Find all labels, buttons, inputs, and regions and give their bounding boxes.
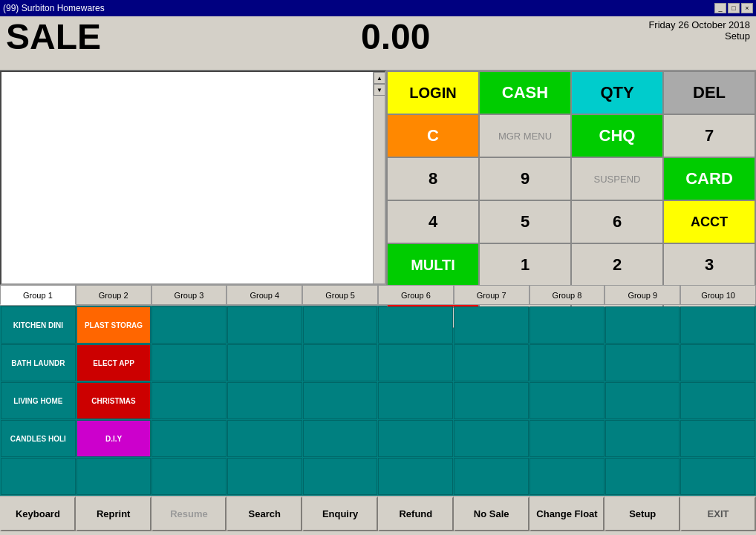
product-r3c3[interactable] (151, 382, 227, 419)
product-r5c5[interactable] (303, 458, 378, 495)
qty-button[interactable]: QTY (571, 71, 663, 114)
product-r1c8[interactable] (529, 306, 605, 344)
num2-button[interactable]: 2 (571, 243, 663, 286)
product-r5c7[interactable] (454, 458, 529, 495)
product-r1c5[interactable] (303, 306, 378, 344)
product-r1c10[interactable] (680, 306, 755, 344)
date-label: Friday 26 October 2018 (648, 19, 750, 30)
product-r1c3[interactable] (151, 306, 227, 344)
enquiry-button[interactable]: Enquiry (302, 496, 378, 531)
group-tab-8[interactable]: Group 8 (529, 285, 605, 305)
group-tab-2[interactable]: Group 2 (76, 285, 151, 305)
group-tab-10[interactable]: Group 10 (680, 285, 756, 305)
product-r3c10[interactable] (680, 382, 755, 419)
product-r5c4[interactable] (227, 458, 302, 495)
c-button[interactable]: C (387, 114, 479, 157)
product-r3c6[interactable] (378, 382, 453, 419)
product-elect[interactable]: ELECT APP (76, 344, 151, 381)
product-r5c8[interactable] (529, 458, 605, 495)
group-tab-5[interactable]: Group 5 (302, 285, 378, 305)
maximize-button[interactable]: □ (728, 3, 740, 13)
product-r4c8[interactable] (529, 420, 605, 457)
num9-button[interactable]: 9 (479, 157, 571, 200)
keyboard-button[interactable]: Keyboard (0, 496, 76, 531)
nosale-button[interactable]: No Sale (454, 496, 529, 531)
multi-button[interactable]: MULTI (387, 243, 479, 286)
suspend-button[interactable]: SUSPEND (571, 157, 663, 200)
product-r5c1[interactable] (1, 458, 76, 495)
receipt-scrollbar[interactable]: ▲ ▼ (373, 72, 385, 283)
exit-button[interactable]: EXIT (680, 496, 756, 531)
product-christmas[interactable]: CHRISTMAS (76, 382, 151, 419)
group-tab-1[interactable]: Group 1 (0, 285, 76, 305)
product-r2c3[interactable] (151, 344, 227, 381)
product-r4c10[interactable] (680, 420, 755, 457)
product-r5c9[interactable] (605, 458, 680, 495)
chq-button[interactable]: CHQ (571, 114, 663, 157)
group-tab-6[interactable]: Group 6 (378, 285, 454, 305)
refund-button[interactable]: Refund (378, 496, 454, 531)
product-r2c7[interactable] (454, 344, 529, 381)
product-r2c8[interactable] (529, 344, 605, 381)
product-kitchen[interactable]: KITCHEN DINI (1, 306, 76, 344)
num6-button[interactable]: 6 (571, 200, 663, 243)
search-button[interactable]: Search (227, 496, 302, 531)
minimize-button[interactable]: _ (714, 3, 726, 13)
cash-button[interactable]: CASH (479, 71, 571, 114)
close-button[interactable]: × (741, 3, 753, 13)
changefloat-button[interactable]: Change Float (529, 496, 605, 531)
reprint-button[interactable]: Reprint (76, 496, 151, 531)
product-r2c9[interactable] (605, 344, 680, 381)
product-r4c4[interactable] (227, 420, 302, 457)
scroll-up-button[interactable]: ▲ (374, 72, 385, 84)
product-r4c6[interactable] (378, 420, 453, 457)
product-r5c2[interactable] (76, 458, 151, 495)
num4-button[interactable]: 4 (387, 200, 479, 243)
product-r1c7[interactable] (454, 306, 529, 344)
scroll-down-button[interactable]: ▼ (374, 84, 385, 96)
product-r2c10[interactable] (680, 344, 755, 381)
sale-label: SALE (6, 19, 101, 55)
group-tab-4[interactable]: Group 4 (227, 285, 302, 305)
num5-button[interactable]: 5 (479, 200, 571, 243)
product-r4c7[interactable] (454, 420, 529, 457)
product-r3c9[interactable] (605, 382, 680, 419)
product-r1c6[interactable] (378, 306, 453, 344)
resume-button[interactable]: Resume (151, 496, 227, 531)
product-r3c7[interactable] (454, 382, 529, 419)
product-r4c5[interactable] (303, 420, 378, 457)
product-r2c6[interactable] (378, 344, 453, 381)
num3-button[interactable]: 3 (663, 243, 755, 286)
num8-button[interactable]: 8 (387, 157, 479, 200)
product-r1c9[interactable] (605, 306, 680, 344)
product-r5c3[interactable] (151, 458, 227, 495)
mgrmenu-button[interactable]: MGR MENU (479, 114, 571, 157)
product-r5c6[interactable] (378, 458, 453, 495)
titlebar-title: (99) Surbiton Homewares (3, 3, 105, 13)
card-button[interactable]: CARD (663, 157, 755, 200)
setup-button[interactable]: Setup (605, 496, 680, 531)
product-r3c8[interactable] (529, 382, 605, 419)
acct-button[interactable]: ACCT (663, 200, 755, 243)
product-r5c10[interactable] (680, 458, 755, 495)
product-living[interactable]: LIVING HOME (1, 382, 76, 419)
product-r2c4[interactable] (227, 344, 302, 381)
product-candles[interactable]: CANDLES HOLI (1, 420, 76, 457)
product-diy[interactable]: D.I.Y (76, 420, 151, 457)
product-r2c5[interactable] (303, 344, 378, 381)
num7-button[interactable]: 7 (663, 114, 755, 157)
product-bath[interactable]: BATH LAUNDR (1, 344, 76, 381)
product-r1c4[interactable] (227, 306, 302, 344)
group-tab-9[interactable]: Group 9 (605, 285, 680, 305)
product-r4c9[interactable] (605, 420, 680, 457)
window-controls: _ □ × (714, 3, 753, 13)
group-tab-3[interactable]: Group 3 (151, 285, 227, 305)
num1-button[interactable]: 1 (479, 243, 571, 286)
login-button[interactable]: LOGIN (387, 71, 479, 114)
product-plast[interactable]: PLAST STORAG (76, 306, 151, 344)
product-r4c3[interactable] (151, 420, 227, 457)
group-tab-7[interactable]: Group 7 (454, 285, 529, 305)
del-button[interactable]: DEL (663, 71, 755, 114)
product-r3c4[interactable] (227, 382, 302, 419)
product-r3c5[interactable] (303, 382, 378, 419)
